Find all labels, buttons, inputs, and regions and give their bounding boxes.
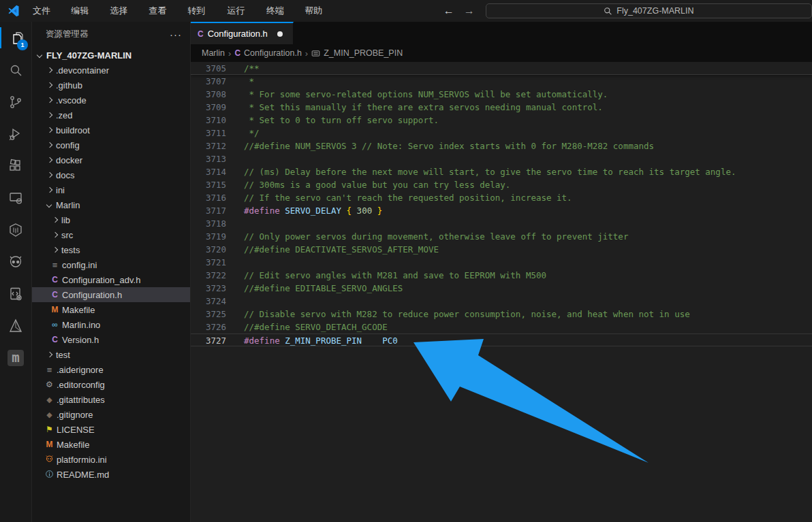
line-number: 3724 [191,295,226,308]
breadcrumb-item[interactable]: CConfiguration.h [234,48,301,58]
code-line-3709: 3709 * Set this manually if there are ex… [191,101,812,114]
list-icon: ≡ [44,365,54,375]
menu-item[interactable]: 文件(F) [27,0,65,22]
tree-folder-config[interactable]: config [32,137,190,152]
code-line-3726: 3726//#define SERVO_DETACH_GCODE [191,321,812,333]
line-number: 3718 [191,217,226,230]
tree-item-label: .github [56,80,82,91]
tree-item-label: Makefile [62,305,95,315]
chevron-right-icon [44,350,54,360]
activity-extensions[interactable] [0,150,31,182]
source-control-icon [7,94,24,110]
tree-folder--devcontainer[interactable]: .devcontainer [32,63,190,78]
code-line-3712: 3712//#define NUM_SERVOS 3 // Note: Serv… [191,140,812,152]
line-number: 3711 [191,127,226,140]
menu-item[interactable]: 编辑(E) [65,0,104,22]
activity-code-settings[interactable] [0,278,31,310]
chevron-right-icon [44,65,54,76]
menu-item[interactable]: 运行(R) [221,0,260,22]
chevron-right-icon [44,110,54,120]
tree-folder-ini[interactable]: ini [32,182,190,197]
activity-cmake[interactable] [0,310,31,342]
more-actions-button[interactable]: ··· [170,29,182,40]
tree-item-label: Marlin.ino [62,320,100,330]
code-line-3713: 3713 [191,152,812,165]
code-editor[interactable]: 3705/**3707 *3708 * For some servo-relat… [191,62,812,522]
activity-remote-explorer[interactable] [0,182,31,214]
tree-file--gitattributes[interactable]: ◆.gitattributes [32,392,190,407]
extensions-icon [7,158,24,174]
tree-folder-marlin[interactable]: Marlin [32,197,190,212]
line-number: 3722 [191,269,226,282]
menu-item[interactable]: 查看(V) [142,0,181,22]
tree-folder-docs[interactable]: docs [32,167,190,182]
nav-forward-button[interactable]: → [464,5,475,17]
tree-item-label: config [56,140,80,150]
code-line-3707: 3707 * [191,75,812,88]
chevron-right-icon [50,230,60,240]
tree-file-config-ini[interactable]: ≡config.ini [32,257,190,272]
code-line-3708: 3708 * For some servo-related options NU… [191,88,812,101]
tree-item-label: docker [56,155,82,165]
chevron-right-icon [44,185,54,195]
line-number: 3720 [191,243,226,256]
tree-file-makefile[interactable]: MMakefile [32,437,190,452]
breadcrumb-item[interactable]: Z_MIN_PROBE_PIN [311,48,403,58]
tree-file-configuration_adv-h[interactable]: CConfiguration_adv.h [32,272,190,287]
menu-item[interactable]: 转到(G) [181,0,221,22]
tab-configuration-h[interactable]: C Configuration.h [191,22,294,44]
tree-folder-test[interactable]: test [32,347,190,362]
nav-back-button[interactable]: ← [443,5,454,17]
tree-item-label: Makefile [57,440,89,450]
tree-folder-docker[interactable]: docker [32,152,190,167]
tree-file-license[interactable]: ⚑LICENSE [32,422,190,437]
tree-file--aiderignore[interactable]: ≡.aiderignore [32,362,190,377]
activity-explorer[interactable]: 1 [0,22,31,54]
menu-item[interactable]: 终端(T) [260,0,298,22]
tree-folder-fly_407zg-marlin[interactable]: FLY_407ZG-MARLIN [32,48,190,63]
line-number: 3712 [191,140,226,152]
tree-item-label: src [61,230,73,240]
activity-containers[interactable] [0,214,31,246]
ino-icon: ∞ [50,320,60,329]
tree-file-version-h[interactable]: CVersion.h [32,332,190,347]
menu-item[interactable]: 帮助(H) [298,0,338,22]
tree-folder--zed[interactable]: .zed [32,108,190,123]
tree-file-configuration-h[interactable]: CConfiguration.h [32,287,190,302]
activity-run-and-debug[interactable] [0,118,31,150]
breadcrumb-item[interactable]: Marlin [202,48,225,58]
command-center-search[interactable]: Fly_407ZG-MARLIN [486,3,812,18]
chevron-right-icon [44,125,54,135]
menu-item[interactable]: 选择(S) [104,0,142,22]
run-debug-icon [7,126,24,142]
tree-folder--github[interactable]: .github [32,78,190,93]
tree-item-label: ini [56,185,65,195]
tree-file-platformio-ini[interactable]: platformio.ini [32,452,190,467]
search-icon [604,7,612,16]
activity-search[interactable] [0,54,31,86]
activity-marlin-extension[interactable]: m [0,342,31,374]
activity-source-control[interactable] [0,86,31,118]
line-number: 3705 [191,62,226,74]
search-icon [7,62,24,78]
tree-file-makefile[interactable]: MMakefile [32,302,190,317]
chevron-right-icon [50,215,60,225]
activity-platformio[interactable] [0,246,31,278]
tree-folder-tests[interactable]: tests [32,242,190,257]
breadcrumb-label: Marlin [202,48,225,58]
tree-folder-buildroot[interactable]: buildroot [32,123,190,137]
tree-folder-lib[interactable]: lib [32,212,190,227]
tree-file--gitignore[interactable]: ◆.gitignore [32,407,190,422]
vscode-window: 文件(F)编辑(E)选择(S)查看(V)转到(G)运行(R)终端(T)帮助(H)… [0,0,812,522]
tree-item-label: .vscode [56,95,87,105]
tree-folder-src[interactable]: src [32,227,190,242]
line-number: 3721 [191,256,226,269]
tree-file--editorconfig[interactable]: ⚙.editorconfig [32,377,190,392]
chevron-right-icon [44,155,54,165]
tree-file-marlin-ino[interactable]: ∞Marlin.ino [32,317,190,332]
modified-dot-icon [277,31,283,37]
tree-file-readme-md[interactable]: README.md [32,467,190,482]
line-number: 3713 [191,152,226,165]
code-line-3716: 3716// If the servo can't reach the requ… [191,191,812,204]
tree-folder--vscode[interactable]: .vscode [32,93,190,108]
